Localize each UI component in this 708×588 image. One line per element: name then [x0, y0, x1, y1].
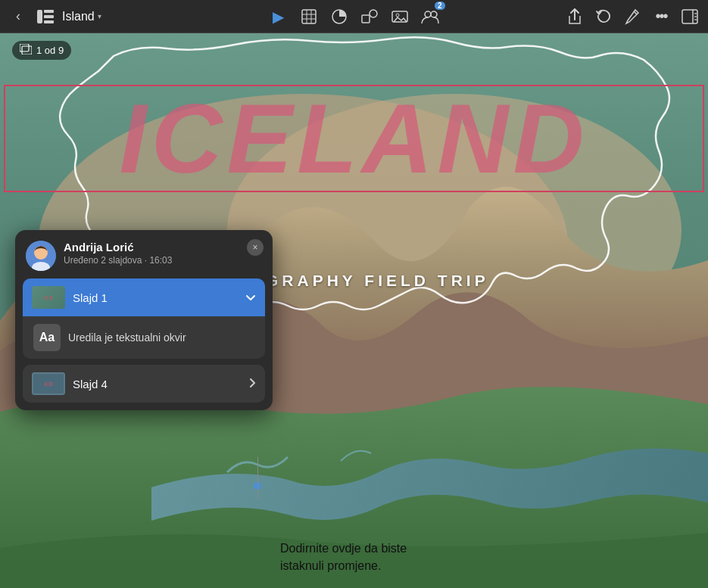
share-button[interactable] — [564, 6, 585, 27]
slide-counter[interactable]: 1 od 9 — [12, 41, 71, 60]
svg-rect-10 — [362, 15, 370, 23]
user-meta: Uređeno 2 slajdova · 16:03 — [64, 255, 262, 266]
user-avatar — [26, 241, 56, 271]
slide1-chevron-icon — [245, 291, 256, 303]
callout-line — [257, 457, 258, 499]
svg-text:ICE: ICE — [44, 381, 53, 387]
chart-button[interactable] — [329, 6, 350, 27]
toolbar: ‹ Island ▾ ▶ — [0, 0, 708, 33]
iceland-title-text: ICELAND — [5, 86, 703, 191]
play-button[interactable]: ▶ — [268, 6, 289, 27]
svg-rect-26 — [22, 46, 32, 54]
back-button[interactable]: ‹ — [8, 6, 29, 27]
shapes-button[interactable] — [359, 6, 380, 27]
svg-point-13 — [396, 14, 399, 17]
text-action-icon: Aa — [33, 324, 61, 351]
slide1-action-text: Uredila je tekstualni okvir — [68, 331, 186, 344]
svg-point-14 — [425, 11, 431, 17]
collaborators-count: 2 — [435, 2, 445, 10]
svg-rect-2 — [44, 15, 54, 18]
undo-button[interactable] — [593, 6, 614, 27]
callout-line2: istaknuli promjene. — [280, 557, 407, 574]
toolbar-center-icons: ▶ — [268, 6, 441, 27]
slide4-header[interactable]: ICE Slajd 4 — [23, 365, 265, 403]
slide-counter-icon — [20, 44, 32, 57]
slide1-label: Slajd 1 — [73, 291, 238, 304]
document-title[interactable]: Island ▾ — [62, 10, 101, 23]
more-button[interactable]: ••• — [650, 6, 672, 27]
sidebar-toggle-button[interactable] — [35, 6, 56, 27]
slide-area[interactable]: 1 od 9 ICELAND GEOGRAPHY FIELD TRIP — [0, 33, 708, 588]
close-panel-button[interactable]: × — [247, 239, 264, 256]
svg-point-11 — [370, 10, 377, 17]
slide1-subitem[interactable]: Aa Uredila je tekstualni okvir — [23, 316, 265, 359]
slide4-chevron-icon — [248, 378, 256, 390]
svg-rect-0 — [37, 10, 42, 23]
slide4-label: Slajd 4 — [73, 378, 241, 390]
user-name: Andrija Lorić — [64, 241, 262, 254]
iceland-title-box[interactable]: ICELAND — [4, 85, 704, 192]
svg-rect-1 — [44, 10, 54, 13]
panel-button[interactable] — [679, 6, 700, 27]
slide4-thumbnail: ICE — [32, 372, 65, 395]
user-info: Andrija Lorić Uređeno 2 slajdova · 16:03 — [64, 241, 262, 266]
collaborate-button[interactable]: 2 — [419, 6, 441, 27]
title-chevron-icon: ▾ — [98, 12, 101, 20]
title-text: Island — [62, 10, 95, 23]
activity-panel: Andrija Lorić Uređeno 2 slajdova · 16:03… — [15, 230, 273, 410]
callout-line1: Dodirnite ovdje da biste — [280, 540, 407, 557]
slide4-item[interactable]: ICE Slajd 4 — [23, 365, 265, 403]
svg-rect-25 — [20, 44, 29, 51]
svg-point-15 — [431, 11, 437, 17]
pen-button[interactable] — [622, 6, 643, 27]
callout-text: Dodirnite ovdje da biste istaknuli promj… — [280, 540, 407, 574]
activity-header: Andrija Lorić Uređeno 2 slajdova · 16:03… — [15, 230, 273, 278]
slide1-header[interactable]: ICE Slajd 1 — [23, 278, 265, 316]
media-button[interactable] — [389, 6, 410, 27]
table-button[interactable] — [298, 6, 320, 27]
slide-counter-text: 1 od 9 — [36, 45, 64, 56]
svg-rect-4 — [302, 10, 316, 23]
svg-line-16 — [634, 11, 637, 14]
slide1-item[interactable]: ICE Slajd 1 Aa Uredila je tekstualni okv… — [23, 278, 265, 359]
toolbar-right: ••• — [564, 6, 700, 27]
svg-rect-3 — [44, 20, 54, 23]
slide1-thumbnail: ICE — [32, 286, 65, 309]
